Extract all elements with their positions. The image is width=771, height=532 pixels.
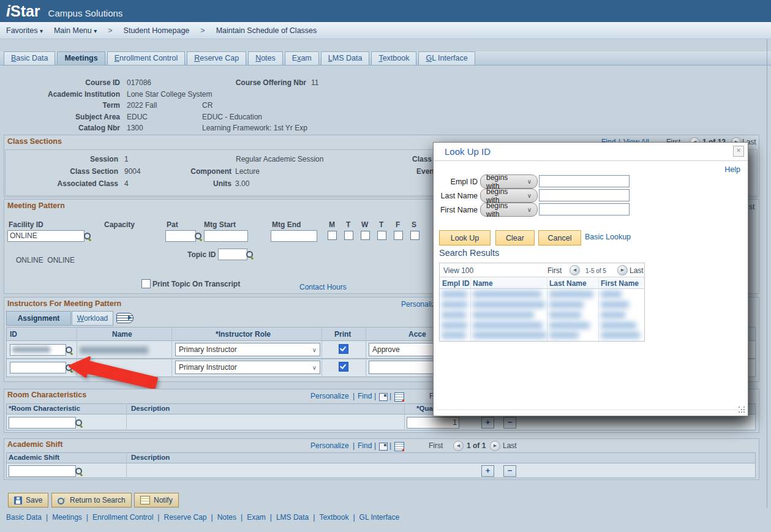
look-up-button[interactable]: Look Up (439, 230, 491, 245)
tab-gl-interface[interactable]: GL Interface (418, 51, 475, 66)
footer-link-lms-data[interactable]: LMS Data (276, 513, 309, 522)
cancel-button[interactable]: Cancel (538, 230, 581, 245)
result-row[interactable] (440, 289, 644, 299)
last-name-input[interactable] (539, 189, 630, 201)
first-label[interactable]: First (547, 266, 562, 275)
instructor-role-select[interactable]: Primary Instructor (175, 361, 320, 374)
last-label[interactable]: Last (503, 441, 517, 450)
tab-textbook[interactable]: Textbook (371, 51, 416, 66)
last-label[interactable]: Last (630, 266, 644, 275)
results-column-name: Name (473, 279, 493, 288)
breadcrumb-item-maintain-schedule[interactable]: Maintain Schedule of Classes (216, 26, 317, 35)
topic-id-input[interactable] (218, 249, 247, 260)
footer-link-exam[interactable]: Exam (247, 513, 266, 522)
help-link[interactable]: Help (724, 165, 740, 174)
wednesday-checkbox[interactable] (361, 231, 370, 240)
pat-lookup-icon[interactable] (194, 232, 203, 241)
academic-shift-input[interactable] (9, 465, 76, 477)
friday-checkbox[interactable] (394, 231, 403, 240)
pat-input[interactable] (165, 230, 196, 242)
day-label-tuesday: T (346, 220, 350, 229)
print-checkbox[interactable] (339, 344, 348, 354)
facility-lookup-icon[interactable] (83, 232, 92, 241)
result-row[interactable] (440, 310, 644, 320)
return-to-search-button[interactable]: ↑ Return to Search (51, 493, 132, 508)
add-row-button[interactable]: + (481, 417, 494, 429)
tab-exam[interactable]: Exam (285, 51, 319, 66)
result-row[interactable] (440, 331, 644, 340)
footer-link-reserve-cap[interactable]: Reserve Cap (164, 513, 206, 522)
result-row[interactable] (440, 320, 644, 331)
tab-workload[interactable]: Workload (72, 311, 113, 326)
personalize-link[interactable]: Personalize (310, 441, 349, 450)
room-characteristic-lookup-icon[interactable] (75, 419, 83, 427)
notify-button[interactable]: Notify (134, 493, 179, 508)
tab-enrollment-control[interactable]: Enrollment Control (107, 51, 186, 66)
close-icon[interactable]: × (733, 146, 744, 157)
next-page-icon[interactable]: ▶ (490, 441, 500, 451)
tab-lms-data[interactable]: LMS Data (321, 51, 370, 66)
tuesday-checkbox[interactable] (344, 231, 353, 240)
previous-page-icon[interactable]: ◀ (570, 265, 580, 275)
tab-assignment[interactable]: Assignment (6, 311, 71, 326)
view-100-link[interactable]: View 100 (443, 266, 473, 275)
save-button[interactable]: Save (8, 493, 48, 508)
empl-id-input[interactable] (539, 175, 630, 187)
personalize-link[interactable]: Personalize (310, 392, 349, 400)
footer-link-basic-data[interactable]: Basic Data (6, 513, 42, 522)
tab-notes[interactable]: Notes (248, 51, 283, 66)
tab-reserve-cap[interactable]: Reserve Cap (187, 51, 246, 66)
subject-area-desc: EDUC - Education (202, 113, 262, 121)
first-label[interactable]: First (429, 441, 443, 450)
first-name-input[interactable] (539, 203, 630, 215)
favorites-menu[interactable]: Favorites ▾ (6, 26, 43, 35)
delete-row-button[interactable]: − (503, 417, 516, 429)
instructor-id-input[interactable] (10, 362, 66, 373)
basic-lookup-link[interactable]: Basic Lookup (585, 233, 631, 241)
room-characteristic-input[interactable] (9, 417, 76, 429)
subject-area-value: EDUC (127, 113, 148, 121)
footer-link-gl-interface[interactable]: GL Interface (359, 513, 400, 522)
print-topic-checkbox[interactable] (141, 279, 151, 288)
result-row[interactable] (440, 299, 644, 310)
footer-link-textbook[interactable]: Textbook (319, 513, 348, 522)
academic-shift-lookup-icon[interactable] (75, 467, 83, 476)
thursday-checkbox[interactable] (377, 231, 386, 240)
delete-row-button[interactable]: − (503, 465, 516, 477)
saturday-checkbox[interactable] (410, 231, 419, 240)
footer-link-notes[interactable]: Notes (217, 513, 236, 522)
print-checkbox[interactable] (339, 362, 348, 372)
quantity-input[interactable]: 1 (407, 417, 459, 429)
tab-meetings[interactable]: Meetings (57, 51, 105, 66)
footer-link-meetings[interactable]: Meetings (52, 513, 82, 522)
resize-handle[interactable] (738, 406, 745, 413)
next-page-icon[interactable]: ▶ (617, 265, 628, 275)
breadcrumb-separator: > (200, 26, 205, 35)
open-new-window-icon[interactable] (379, 443, 388, 451)
instructor-id-input[interactable] (10, 344, 66, 356)
previous-page-icon[interactable]: ◀ (453, 441, 464, 451)
facility-id-input[interactable]: ONLINE (7, 230, 85, 242)
mtg-start-input[interactable] (204, 230, 248, 242)
find-link[interactable]: Find (358, 441, 372, 450)
contact-hours-link[interactable]: Contact Hours (299, 283, 347, 291)
instructor-id-lookup-icon[interactable] (65, 346, 73, 354)
download-grid-icon[interactable] (394, 392, 404, 402)
tab-basic-data[interactable]: Basic Data (4, 51, 55, 66)
monday-checkbox[interactable] (328, 231, 337, 240)
download-grid-icon[interactable] (394, 442, 404, 451)
mtg-end-input[interactable] (271, 230, 317, 242)
add-row-button[interactable]: + (481, 465, 494, 477)
find-link[interactable]: Find (358, 392, 372, 400)
show-all-columns-icon[interactable] (116, 313, 134, 323)
personalize-link-fragment[interactable]: Personaliz (401, 300, 435, 309)
main-menu[interactable]: Main Menu ▾ (54, 26, 97, 35)
clear-button[interactable]: Clear (495, 230, 535, 245)
breadcrumb-item-student-homepage[interactable]: Student Homepage (124, 26, 190, 35)
footer-link-enrollment-control[interactable]: Enrollment Control (92, 513, 153, 522)
units-value: 3.00 (235, 179, 249, 188)
instructor-role-select[interactable]: Primary Instructor (175, 343, 320, 356)
first-name-operator-select[interactable]: begins with (480, 203, 538, 217)
open-new-window-icon[interactable] (379, 393, 388, 401)
topic-lookup-icon[interactable] (246, 250, 254, 259)
